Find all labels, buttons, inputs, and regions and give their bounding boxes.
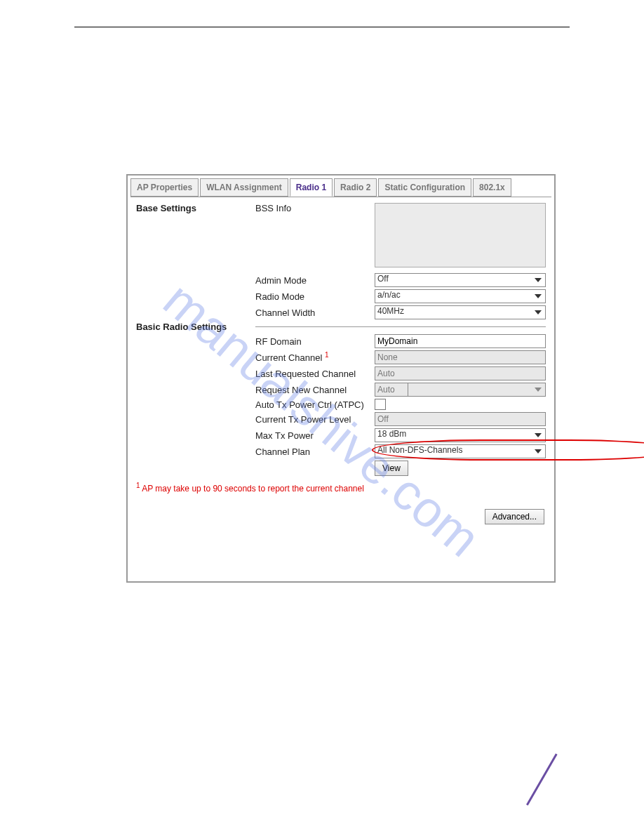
corner-diagonal-accent <box>526 762 568 805</box>
label-current-channel-text: Current Channel <box>255 353 322 364</box>
max-tx-power-select[interactable]: 18 dBm <box>375 428 546 442</box>
settings-grid: Base Settings BSS Info Admin Mode Off Ra… <box>136 203 546 476</box>
request-new-channel-wrap[interactable]: Auto <box>375 383 546 397</box>
radio-mode-select[interactable]: a/n/ac <box>375 289 546 303</box>
channel-plan-wrap[interactable]: All Non-DFS-Channels <box>375 444 546 458</box>
request-new-channel-value: Auto <box>375 383 408 397</box>
tab-static-configuration[interactable]: Static Configuration <box>378 178 471 197</box>
admin-mode-select[interactable]: Off <box>375 273 546 287</box>
tab-radio-2[interactable]: Radio 2 <box>334 178 377 197</box>
footnote-body: AP may take up to 90 seconds to report t… <box>140 484 364 494</box>
last-requested-channel-value: Auto <box>375 366 546 380</box>
section-base-settings: Base Settings <box>136 203 255 213</box>
channel-plan-select[interactable]: All Non-DFS-Channels <box>375 444 546 458</box>
max-tx-power-wrap[interactable]: 18 dBm <box>375 428 546 442</box>
section-basic-radio: Basic Radio Settings <box>136 322 255 332</box>
settings-panel: AP Properties WLAN Assignment Radio 1 Ra… <box>126 174 556 583</box>
tab-strip: AP Properties WLAN Assignment Radio 1 Ra… <box>128 176 554 197</box>
tab-wlan-assignment[interactable]: WLAN Assignment <box>200 178 288 197</box>
label-current-tx-power: Current Tx Power Level <box>255 414 375 425</box>
label-rf-domain: RF Domain <box>255 336 375 347</box>
label-channel-plan: Channel Plan <box>255 446 375 457</box>
label-current-channel: Current Channel 1 <box>255 351 375 363</box>
tab-ap-properties[interactable]: AP Properties <box>130 178 199 197</box>
label-radio-mode: Radio Mode <box>255 291 375 302</box>
tab-radio-1[interactable]: Radio 1 <box>290 178 333 197</box>
rf-domain-input[interactable] <box>375 334 546 348</box>
current-channel-footnote-marker: 1 <box>325 351 329 359</box>
page-top-rule <box>74 27 570 27</box>
admin-mode-select-wrap[interactable]: Off <box>375 273 546 287</box>
view-button[interactable]: View <box>375 461 408 476</box>
bss-info-box <box>375 203 546 267</box>
label-bss-info: BSS Info <box>255 203 375 213</box>
label-last-requested-channel: Last Requested Channel <box>255 369 375 379</box>
footnote-text: 1 AP may take up to 90 seconds to report… <box>136 482 546 494</box>
label-channel-width: Channel Width <box>255 307 375 318</box>
current-tx-power-value: Off <box>375 412 546 426</box>
label-request-new-channel: Request New Channel <box>255 385 375 395</box>
tab-8021x[interactable]: 802.1x <box>473 178 511 197</box>
current-channel-value: None <box>375 350 546 364</box>
atpc-checkbox[interactable] <box>375 399 386 410</box>
tab-body-radio1: Base Settings BSS Info Admin Mode Off Ra… <box>130 197 551 577</box>
section-divider <box>255 326 546 327</box>
channel-width-select-wrap[interactable]: 40MHz <box>375 305 546 319</box>
advanced-button[interactable]: Advanced... <box>485 509 544 524</box>
label-atpc: Auto Tx Power Ctrl (ATPC) <box>255 399 375 410</box>
request-new-channel-select[interactable] <box>408 383 546 397</box>
radio-mode-select-wrap[interactable]: a/n/ac <box>375 289 546 303</box>
label-admin-mode: Admin Mode <box>255 275 375 286</box>
channel-width-select[interactable]: 40MHz <box>375 305 546 319</box>
label-max-tx-power: Max Tx Power <box>255 430 375 441</box>
